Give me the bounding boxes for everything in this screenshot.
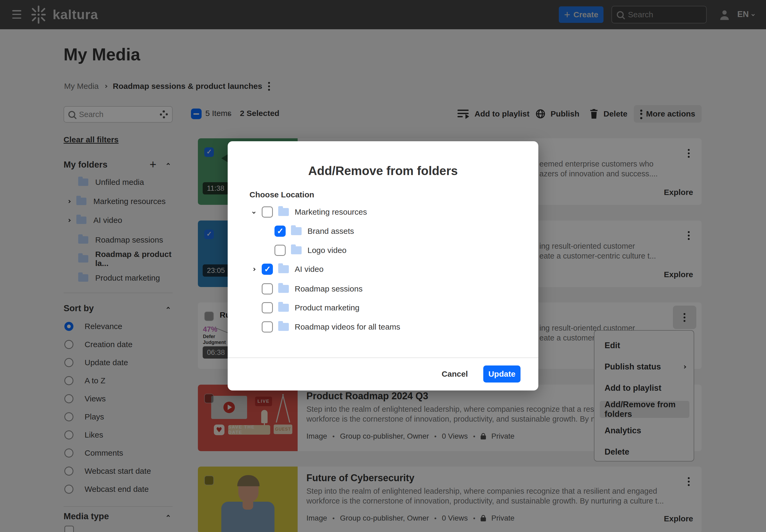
folder-icon (278, 304, 289, 312)
checkbox-unchecked[interactable] (262, 302, 273, 313)
tree-item-label: Product marketing (295, 303, 359, 312)
tree-item-label: Roadmap videos for all teams (295, 322, 400, 331)
tree-item-logo-video[interactable]: Logo video (228, 244, 538, 257)
folder-icon (278, 323, 289, 331)
chevron-right-icon[interactable] (252, 268, 256, 271)
kaltura-my-media-screen: kaltura Create EN My Media My Media Road… (0, 0, 766, 532)
tree-item-roadmap-videos-for-all-teams[interactable]: Roadmap videos for all teams (228, 321, 538, 333)
modal-footer: Cancel Update (442, 365, 538, 383)
update-button[interactable]: Update (483, 365, 521, 383)
tree-item-label: Brand assets (307, 227, 354, 236)
checkbox-unchecked[interactable] (262, 206, 273, 218)
checkbox-unchecked[interactable] (262, 283, 273, 294)
tree-item-label: Logo video (307, 246, 347, 255)
tree-item-ai-video[interactable]: AI video (228, 263, 538, 276)
tree-item-brand-assets[interactable]: Brand assets (228, 225, 538, 238)
modal-footer-divider (228, 358, 538, 358)
choose-location-label: Choose Location (249, 190, 314, 199)
folder-icon (278, 265, 289, 273)
folder-icon (278, 285, 289, 293)
folder-icon (278, 208, 289, 216)
checkbox-unchecked[interactable] (274, 245, 286, 256)
add-remove-from-folders-modal: Add/Remove from folders Choose Location … (228, 141, 538, 390)
tree-item-product-marketing[interactable]: Product marketing (228, 301, 538, 314)
tree-item-marketing-resources[interactable]: Marketing resources (228, 206, 538, 218)
checkbox-unchecked[interactable] (262, 321, 273, 333)
checkbox-checked[interactable] (274, 226, 286, 237)
folder-icon (291, 246, 302, 254)
chevron-down-icon[interactable] (252, 210, 256, 214)
cancel-button[interactable]: Cancel (442, 369, 468, 379)
tree-item-label: Marketing resources (295, 207, 367, 217)
tree-item-label: Roadmap sessions (295, 284, 363, 293)
modal-title: Add/Remove from folders (228, 164, 538, 178)
folder-icon (291, 227, 302, 235)
checkbox-checked[interactable] (262, 264, 273, 275)
tree-item-label: AI video (295, 265, 323, 274)
tree-item-roadmap-sessions[interactable]: Roadmap sessions (228, 282, 538, 295)
